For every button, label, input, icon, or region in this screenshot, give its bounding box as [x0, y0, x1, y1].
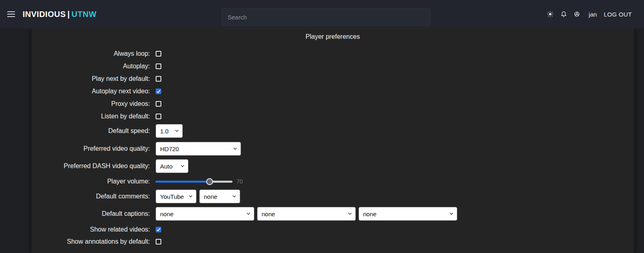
pref-label: Listen by default: [32, 113, 156, 120]
pref-row-always-loop: Always loop: [32, 47, 634, 60]
pref-row-default-comments: Default comments: YouTube none [32, 190, 634, 203]
pref-label: Always loop: [32, 50, 156, 57]
theme-toggle-sun-icon[interactable] [547, 11, 553, 17]
logo-secondary: UTNW [72, 10, 97, 19]
site-logo[interactable]: INVIDIOUS|UTNW [23, 10, 97, 19]
default-captions-select-3[interactable]: none [359, 207, 457, 221]
search-bar [222, 8, 431, 26]
chevron-down-icon [348, 213, 352, 215]
proxy-videos-checkbox[interactable] [156, 101, 161, 107]
pref-row-default-speed: Default speed: 1.0 [32, 124, 634, 138]
pref-row-show-related: Show related videos: [32, 223, 634, 236]
default-comments-select-1[interactable]: YouTube [156, 190, 196, 203]
pref-row-player-volume: Player volume: 70 [32, 175, 634, 188]
preferred-video-quality-select[interactable]: HD720 [156, 142, 241, 156]
pref-label: Default comments: [32, 193, 156, 200]
preferences-gear-icon[interactable] [574, 11, 580, 17]
notifications-bell-icon[interactable] [560, 11, 567, 17]
show-related-videos-checkbox[interactable] [156, 227, 161, 232]
listen-by-default-checkbox[interactable] [156, 114, 161, 119]
volume-track [156, 181, 232, 183]
autoplay-next-video-checkbox[interactable] [156, 89, 161, 94]
chevron-down-icon [247, 213, 250, 215]
preferences-form: Always loop: Autoplay: Play next by defa… [32, 47, 634, 248]
pref-row-default-captions: Default captions: none none none [32, 207, 634, 221]
pref-label: Autoplay: [32, 63, 156, 70]
autoplay-checkbox[interactable] [156, 63, 161, 69]
pref-label: Autoplay next video: [32, 88, 156, 95]
pref-row-video-quality: Preferred video quality: HD720 [32, 142, 634, 156]
default-captions-select-2[interactable]: none [257, 207, 356, 221]
navbar-left: INVIDIOUS|UTNW [7, 10, 97, 19]
logout-button[interactable]: LOG OUT [604, 11, 632, 18]
pref-row-dash-quality: Preferred DASH video quality: Auto [32, 159, 634, 173]
always-loop-checkbox[interactable] [156, 51, 161, 57]
pref-label: Preferred video quality: [32, 145, 156, 152]
chevron-down-icon [232, 195, 236, 198]
play-next-by-default-checkbox[interactable] [156, 76, 161, 82]
top-navbar: INVIDIOUS|UTNW [0, 0, 644, 28]
pref-row-play-next: Play next by default: [32, 72, 634, 85]
hamburger-menu-icon[interactable] [7, 11, 15, 18]
pref-label: Player volume: [32, 178, 156, 185]
pref-label: Default captions: [32, 210, 156, 217]
pref-label: Default speed: [32, 127, 156, 135]
navbar-right: jan LOG OUT [547, 11, 632, 18]
chevron-down-icon [450, 213, 453, 215]
default-comments-select-2[interactable]: none [199, 190, 240, 203]
default-speed-select[interactable]: 1.0 [156, 124, 183, 138]
chevron-down-icon [175, 130, 179, 132]
volume-thumb[interactable] [206, 178, 213, 185]
volume-fill [156, 181, 209, 183]
pref-row-show-annotations: Show annotations by default: [32, 236, 634, 248]
pref-row-autoplay: Autoplay: [32, 60, 634, 72]
pref-label: Preferred DASH video quality: [32, 162, 156, 170]
pref-row-proxy-videos: Proxy videos: [32, 97, 634, 110]
chevron-down-icon [181, 165, 184, 167]
pref-label: Proxy videos: [32, 100, 156, 108]
chevron-down-icon [189, 195, 192, 198]
pref-label: Play next by default: [32, 75, 156, 82]
search-input[interactable] [222, 8, 431, 26]
show-annotations-checkbox[interactable] [156, 239, 161, 245]
pref-row-autoplay-next: Autoplay next video: [32, 85, 634, 97]
logo-separator: | [66, 10, 72, 19]
logo-primary: INVIDIOUS [23, 10, 66, 19]
volume-value: 70 [236, 178, 243, 185]
user-menu[interactable]: jan [589, 11, 597, 18]
preferences-panel: Player preferences Always loop: Autoplay… [32, 28, 634, 253]
pref-label: Show annotations by default: [32, 238, 156, 245]
pref-label: Show related videos: [32, 226, 156, 233]
volume-slider[interactable] [156, 178, 232, 185]
default-captions-select-1[interactable]: none [156, 207, 254, 221]
chevron-down-icon [233, 148, 237, 150]
page-title: Player preferences [32, 32, 634, 41]
preferred-dash-quality-select[interactable]: Auto [156, 159, 188, 173]
pref-row-listen-by-default: Listen by default: [32, 110, 634, 122]
